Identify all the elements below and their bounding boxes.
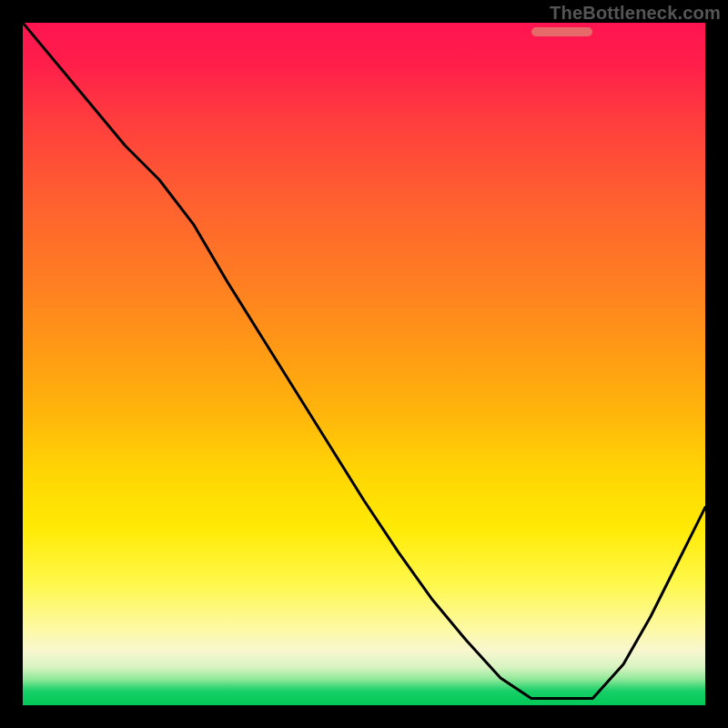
bottleneck-curve xyxy=(23,23,705,705)
chart-frame: TheBottleneck.com xyxy=(0,0,728,728)
plot-area xyxy=(23,23,705,705)
optimal-range-marker xyxy=(531,27,593,36)
watermark-text: TheBottleneck.com xyxy=(550,3,721,24)
